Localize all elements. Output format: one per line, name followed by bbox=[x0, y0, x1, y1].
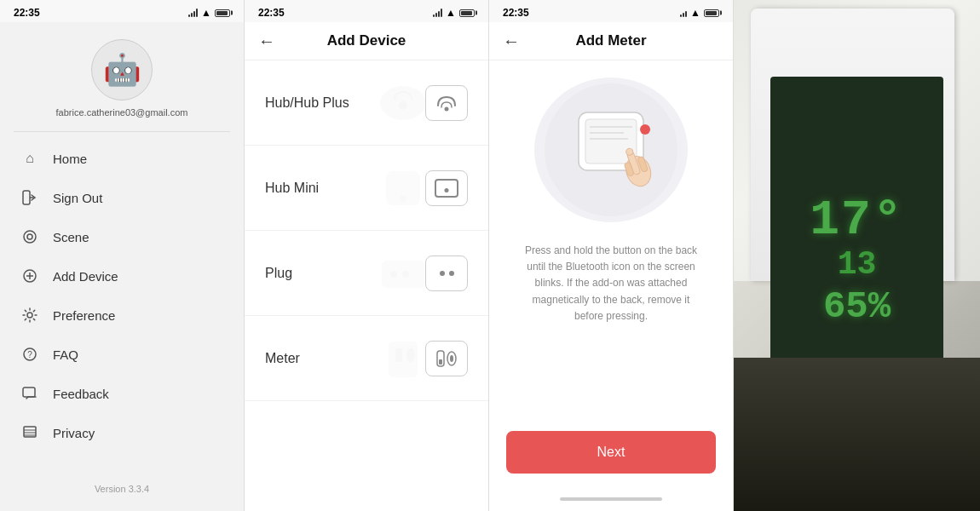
add-meter-header: ← Add Meter bbox=[489, 22, 733, 60]
device-name: Plug bbox=[265, 266, 292, 281]
status-icons: ▲ bbox=[188, 7, 230, 19]
sidebar-item-label: Preference bbox=[53, 308, 115, 323]
svg-point-7 bbox=[27, 313, 32, 318]
secondary-display: 13 bbox=[838, 249, 877, 281]
sidebar-item-label: Add Device bbox=[53, 269, 118, 284]
add-meter-status-bar: 22:35 ▲ bbox=[489, 0, 733, 22]
signal-icon bbox=[680, 9, 687, 17]
device-name: Hub/Hub Plus bbox=[265, 95, 349, 111]
sidebar-item-faq[interactable]: ? FAQ bbox=[0, 335, 244, 374]
sidebar-item-feedback[interactable]: Feedback bbox=[0, 374, 244, 413]
preference-icon bbox=[20, 306, 39, 324]
privacy-icon bbox=[20, 423, 39, 442]
feedback-icon bbox=[20, 384, 39, 403]
svg-text:?: ? bbox=[27, 350, 32, 359]
sidebar-item-label: Privacy bbox=[53, 426, 95, 440]
device-illustration bbox=[534, 78, 688, 222]
sidebar-item-label: Scene bbox=[53, 230, 89, 244]
svg-point-24 bbox=[406, 348, 415, 362]
app-version: Version 3.3.4 bbox=[0, 484, 244, 494]
sidebar-item-sign-out[interactable]: Sign Out bbox=[0, 178, 244, 217]
status-time: 22:35 bbox=[258, 7, 285, 19]
plug-dot-right bbox=[449, 271, 454, 276]
table-surface bbox=[734, 358, 980, 511]
svg-point-2 bbox=[24, 231, 36, 243]
svg-point-20 bbox=[390, 271, 397, 278]
battery-icon bbox=[215, 9, 230, 17]
sidebar-item-preference[interactable]: Preference bbox=[0, 296, 244, 335]
hub-mini-shape bbox=[435, 179, 458, 198]
plug-dots bbox=[440, 271, 454, 276]
signal-icon bbox=[188, 9, 198, 17]
add-device-panel: 22:35 ▲ ← Add Device Hub/Hub Plus bbox=[245, 0, 489, 511]
wifi-icon: ▲ bbox=[690, 7, 700, 19]
sidebar-item-label: Sign Out bbox=[53, 191, 102, 205]
svg-rect-26 bbox=[439, 359, 442, 365]
sidebar-item-home[interactable]: ⌂ Home bbox=[0, 139, 244, 178]
instruction-area: Press and hold the button on the back un… bbox=[489, 60, 733, 342]
user-email: fabrice.catherine03@gmail.com bbox=[56, 107, 188, 118]
status-time: 22:35 bbox=[14, 7, 40, 19]
sidebar-item-add-device[interactable]: Add Device bbox=[0, 256, 244, 296]
meter-icon bbox=[425, 341, 468, 376]
scene-icon bbox=[20, 227, 39, 246]
avatar-icon: 🤖 bbox=[103, 52, 141, 88]
device-name: Hub Mini bbox=[265, 181, 319, 196]
sidebar-item-label: Home bbox=[53, 152, 87, 166]
device-item-plug[interactable]: Plug bbox=[245, 231, 488, 316]
device-name: Meter bbox=[265, 351, 300, 366]
add-meter-panel: 22:35 ▲ ← Add Meter bbox=[489, 0, 734, 511]
avatar: 🤖 bbox=[91, 39, 153, 100]
home-icon: ⌂ bbox=[20, 149, 39, 168]
svg-point-15 bbox=[399, 101, 407, 110]
sidebar-item-label: Feedback bbox=[53, 387, 109, 401]
svg-point-28 bbox=[450, 355, 453, 362]
status-time: 22:35 bbox=[503, 7, 529, 19]
instruction-text: Press and hold the button on the back un… bbox=[506, 243, 716, 324]
wifi-icon: ▲ bbox=[446, 7, 456, 19]
hub-mini-dot bbox=[445, 188, 449, 192]
back-button[interactable]: ← bbox=[503, 32, 520, 51]
hub-mini-icon bbox=[425, 170, 468, 206]
sidebar-panel: 22:35 ▲ 🤖 fabrice.catherine03@gmail.com … bbox=[0, 0, 245, 511]
device-item-hub-mini[interactable]: Hub Mini bbox=[245, 146, 488, 231]
device-item-meter[interactable]: Meter bbox=[245, 316, 488, 401]
status-icons: ▲ bbox=[433, 7, 475, 19]
humidity-display: 65% bbox=[823, 288, 891, 325]
temperature-display: 17° bbox=[810, 196, 903, 245]
plug-icon bbox=[425, 256, 468, 291]
plug-dot-left bbox=[440, 271, 445, 276]
svg-point-35 bbox=[640, 124, 650, 135]
add-device-header: ← Add Device bbox=[245, 22, 488, 60]
sidebar-status-bar: 22:35 ▲ bbox=[0, 0, 244, 22]
svg-point-21 bbox=[402, 271, 409, 278]
sidebar-item-label: FAQ bbox=[53, 347, 78, 362]
signal-icon bbox=[433, 9, 442, 17]
sidebar-menu: ⌂ Home Sign Out Scene bbox=[0, 132, 244, 459]
device-item-hub-plus[interactable]: Hub/Hub Plus bbox=[245, 60, 488, 146]
add-device-icon bbox=[20, 267, 39, 285]
svg-rect-0 bbox=[23, 191, 30, 204]
sidebar-item-privacy[interactable]: Privacy bbox=[0, 413, 244, 452]
svg-rect-10 bbox=[23, 388, 35, 397]
wifi-icon: ▲ bbox=[201, 7, 211, 19]
battery-icon bbox=[704, 9, 719, 17]
svg-point-3 bbox=[27, 234, 32, 239]
back-button[interactable]: ← bbox=[258, 32, 275, 51]
next-button[interactable]: Next bbox=[506, 431, 716, 474]
device-photo: 17° 13 65% bbox=[734, 0, 980, 511]
battery-icon bbox=[459, 9, 475, 17]
device-list: Hub/Hub Plus Hub Mini bbox=[245, 60, 488, 511]
svg-rect-23 bbox=[395, 348, 402, 362]
screen-title: Add Meter bbox=[575, 32, 646, 49]
user-profile-area: 🤖 fabrice.catherine03@gmail.com bbox=[0, 22, 244, 131]
status-icons: ▲ bbox=[680, 7, 719, 19]
hub-plus-icon bbox=[425, 85, 468, 121]
photo-panel: 17° 13 65% bbox=[734, 0, 980, 511]
screen-title: Add Device bbox=[327, 32, 406, 49]
sign-out-icon bbox=[20, 188, 39, 207]
svg-point-16 bbox=[445, 106, 449, 111]
sidebar-item-scene[interactable]: Scene bbox=[0, 217, 244, 256]
svg-point-18 bbox=[400, 195, 406, 202]
home-indicator bbox=[560, 497, 662, 501]
